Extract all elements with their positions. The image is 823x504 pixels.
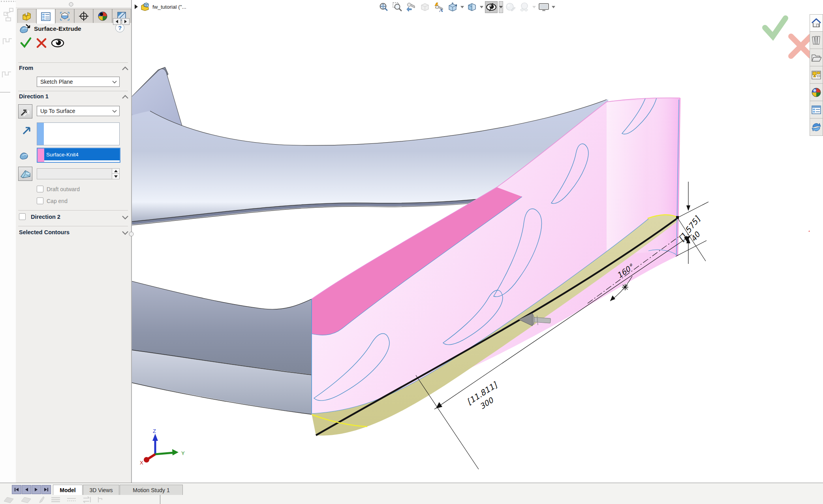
triad-z-label: Z: [153, 428, 156, 434]
section-view-button[interactable]: [419, 1, 431, 13]
confirm-cancel-button[interactable]: [791, 36, 811, 56]
chevron-down-icon[interactable]: [122, 215, 129, 220]
play-forward-icon: [34, 487, 38, 492]
taskpane-file-explorer-button[interactable]: [810, 49, 823, 66]
tab-scroll-left-button[interactable]: [113, 18, 121, 25]
hide-show-items-dropdown[interactable]: [499, 1, 503, 13]
end-condition-select[interactable]: Up To Surface: [37, 106, 120, 116]
display-style-icon: [467, 2, 477, 12]
bottom-bar: Model 3D Views Motion Study 1: [0, 483, 823, 504]
view-orientation-button[interactable]: [446, 1, 459, 13]
swap-arrows-icon: [82, 496, 92, 503]
splitter-handle[interactable]: [129, 231, 134, 237]
from-plane-select[interactable]: Sketch Plane: [37, 77, 120, 87]
tab-3d-views[interactable]: 3D Views: [83, 485, 119, 495]
tab-featuremanager-tree[interactable]: [17, 9, 36, 23]
property-manager-icon: [41, 12, 51, 21]
root-feature-label[interactable]: fw_tutorial ("...: [152, 4, 186, 10]
task-pane: [810, 14, 823, 136]
ok-button[interactable]: [20, 37, 32, 48]
confirm-ok-button[interactable]: [765, 18, 785, 36]
tab-property-manager[interactable]: [36, 9, 55, 24]
section-from-header[interactable]: From: [19, 65, 33, 71]
spinner-up-button[interactable]: [112, 169, 119, 174]
surface-reference-listbox[interactable]: Surface-Knit4: [37, 148, 120, 163]
tab-motion-study[interactable]: Motion Study 1: [120, 485, 183, 495]
zoom-to-fit-button[interactable]: [377, 1, 390, 13]
panel-resize-handle[interactable]: [69, 2, 73, 7]
tab-configuration-manager[interactable]: [55, 9, 74, 23]
draft-angle-icon: [19, 169, 31, 179]
dynamic-annotation-views-button[interactable]: A: [432, 1, 445, 13]
draft-outward-checkbox[interactable]: [37, 186, 43, 192]
apply-scene-dropdown[interactable]: [532, 1, 536, 13]
brush-icon: [38, 496, 45, 504]
spinner-down-button[interactable]: [112, 174, 119, 179]
chevron-up-icon[interactable]: [122, 66, 129, 71]
display-style-dropdown[interactable]: [479, 1, 484, 13]
hide-show-items-button[interactable]: [485, 1, 498, 13]
taskpane-custom-properties-button[interactable]: [810, 101, 823, 118]
previous-view-button[interactable]: [405, 1, 417, 13]
chevron-down-icon: [532, 6, 536, 8]
view-palette-icon: [811, 70, 821, 80]
viewport-3d-scene[interactable]: [1.575] 40 160° [11.811] 300: [132, 0, 810, 483]
apply-scene-button[interactable]: [518, 1, 531, 13]
wing-main-plane[interactable]: [132, 281, 312, 414]
flyout-expand-arrow-icon[interactable]: [134, 4, 138, 9]
taskpane-view-palette-button[interactable]: [810, 66, 823, 84]
zoom-to-area-button[interactable]: [391, 1, 404, 13]
toolbar-separator: [160, 495, 160, 504]
lines-icon: [51, 496, 61, 503]
reverse-direction-button[interactable]: [18, 104, 32, 118]
direction2-checkbox[interactable]: [19, 213, 26, 220]
draft-button[interactable]: [18, 167, 32, 181]
part-icon: [22, 11, 32, 21]
key-point-icon: [97, 496, 103, 503]
selected-surface-row[interactable]: Surface-Knit4: [44, 149, 120, 160]
display-manager-sphere-icon: [98, 11, 108, 21]
nav-previous-button[interactable]: [22, 485, 31, 494]
section-direction2-header[interactable]: Direction 2: [31, 214, 60, 220]
end-condition-value: Up To Surface: [40, 108, 75, 114]
edit-appearance-button[interactable]: [504, 1, 517, 13]
tab-model[interactable]: Model: [53, 485, 83, 495]
help-question-icon: ?: [118, 24, 122, 31]
draft-angle-spinner[interactable]: [37, 168, 120, 179]
edit-appearance-icon: [505, 2, 516, 12]
view-orientation-dropdown[interactable]: [460, 1, 464, 13]
section-direction1-header[interactable]: Direction 1: [19, 93, 49, 100]
taskpane-design-library-button[interactable]: [810, 32, 823, 49]
nav-first-button[interactable]: [12, 485, 21, 494]
direction-reference-listbox[interactable]: [37, 122, 120, 145]
monitor-icon: [538, 2, 549, 12]
taskpane-home-button[interactable]: [810, 14, 823, 32]
dimxpert-target-icon: [79, 11, 89, 21]
taskpane-appearances-button[interactable]: [810, 84, 823, 101]
tab-dimxpert-manager[interactable]: [74, 9, 93, 23]
tab-3d-views-label: 3D Views: [90, 487, 113, 493]
view-settings-dropdown[interactable]: [551, 1, 556, 13]
chevron-down-icon[interactable]: [122, 231, 129, 235]
arrow-right-icon: [124, 20, 127, 23]
nav-next-button[interactable]: [32, 485, 41, 494]
tab-model-label: Model: [60, 487, 75, 493]
direction-manipulator-arrows[interactable]: [809, 228, 810, 248]
motion-nav-buttons: [12, 485, 51, 494]
taskpane-forum-button[interactable]: [810, 118, 823, 136]
zoom-to-area-icon: [392, 2, 402, 12]
cancel-button[interactable]: [36, 38, 47, 48]
chevron-up-icon[interactable]: [122, 95, 129, 99]
nav-last-button[interactable]: [41, 485, 51, 494]
show-preview-button[interactable]: [51, 38, 65, 48]
reference-triad: Z Y X: [140, 428, 185, 466]
cap-end-label: Cap end: [47, 198, 68, 204]
left-toolbar-rail: [0, 0, 16, 483]
tab-display-manager[interactable]: [93, 9, 112, 23]
view-settings-button[interactable]: [537, 1, 550, 13]
display-style-button[interactable]: [466, 1, 478, 13]
tab-scroll-right-button[interactable]: [122, 18, 130, 25]
section-selected-contours-header[interactable]: Selected Contours: [19, 229, 70, 235]
cap-end-checkbox[interactable]: [37, 197, 43, 204]
direction-reference-icon: [22, 125, 32, 135]
